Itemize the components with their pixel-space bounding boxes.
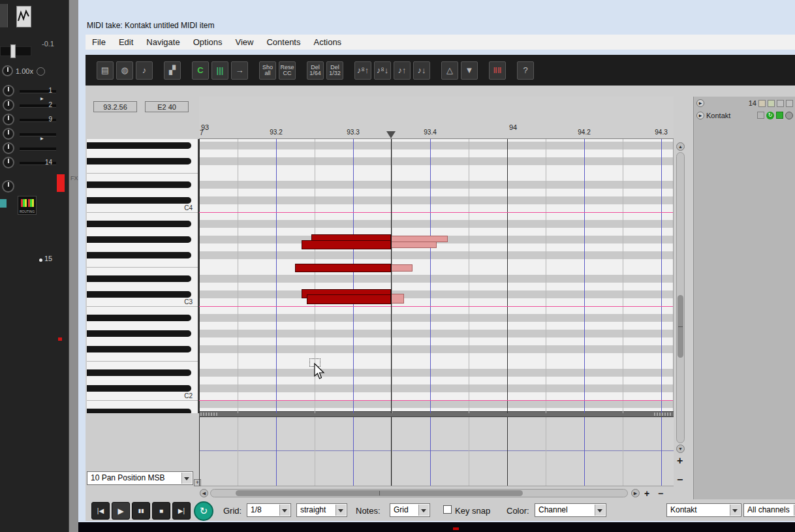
midi-note-selected[interactable] [307,294,391,304]
color-mode-select[interactable]: Channel [535,503,606,517]
vertical-scrollbar-thumb[interactable] [678,295,683,358]
event-filter-button[interactable]: ▞ [164,61,181,80]
black-key[interactable] [87,346,191,352]
midi-note[interactable] [391,294,404,304]
pan-knob[interactable] [785,112,793,119]
piano-roll-view-button[interactable]: ▤ [97,61,114,80]
show-all-button[interactable]: Shoall [259,61,276,80]
black-key[interactable] [87,197,191,204]
io-button[interactable] [768,100,775,107]
midi-note-selected[interactable] [302,240,391,249]
rack-edge-icon[interactable] [0,4,8,27]
grid-select[interactable]: 1/8 [247,503,291,517]
param-fader-slot[interactable] [20,148,56,151]
track-io-button[interactable] [757,112,764,119]
record-arm-button[interactable]: ↻ [766,112,774,119]
param-fader-slot[interactable] [20,133,56,136]
transpose-up-button[interactable]: ♪↑ [394,61,411,80]
horizontal-scrollbar-thumb[interactable] [236,490,523,496]
volume-fader-slot[interactable] [0,46,31,56]
track-row[interactable]: ▶ Kontakt ↻ [694,110,795,121]
stop-button[interactable]: ■ [152,502,170,520]
nav-up-button[interactable]: △ [441,61,458,80]
timeline-ruler[interactable]: 939493.293.393.494.294.37 [199,97,674,139]
insert-note-button[interactable]: → [231,61,248,80]
splitter-grip-right[interactable] [654,413,671,416]
power-button[interactable] [37,67,45,76]
notation-view-button[interactable]: ♪ [136,61,153,80]
transpose-down-button[interactable]: ♪↓ [413,61,430,80]
note-view-select[interactable]: Grid [390,503,430,517]
black-key[interactable] [87,369,191,376]
volume-fader-handle[interactable] [10,44,16,58]
delete-grid-1-32-button[interactable]: Del1/32 [326,61,343,80]
black-key[interactable] [87,330,191,337]
param-knob[interactable] [3,157,14,168]
vertical-zoom-in-button[interactable]: + [677,456,683,465]
env-button[interactable] [758,100,766,107]
note-colors-button[interactable]: ǁǁ [489,61,506,80]
midi-note[interactable] [391,242,437,248]
routing-button[interactable]: ROUTING [18,196,37,215]
vertical-zoom-out-button[interactable]: − [677,475,683,484]
splitter-grip-left[interactable] [200,413,217,416]
black-key[interactable] [87,409,191,413]
velocity-meter-button[interactable]: ||| [211,61,228,80]
help-button[interactable]: ? [517,61,534,80]
horizontal-zoom-out-button[interactable]: − [658,489,663,498]
black-key[interactable] [87,236,191,243]
black-key[interactable] [87,142,191,149]
menu-item-file[interactable]: File [86,35,112,50]
lane-splitter[interactable] [199,411,674,417]
param-knob[interactable] [3,128,14,140]
delete-grid-1-64-button[interactable]: Del1/64 [307,61,324,80]
transpose-up-octave-button[interactable]: ♪⁸↑ [354,61,371,80]
pause-button[interactable]: ▮▮ [132,502,150,520]
cc-selector-button[interactable]: C [192,61,209,80]
menu-item-actions[interactable]: Actions [307,35,348,50]
phase-button[interactable] [786,100,793,107]
transpose-down-octave-button[interactable]: ♪⁸↓ [374,61,391,80]
play-button[interactable]: ▶ [112,502,130,520]
param-knob[interactable] [3,99,14,111]
expand-arrow-icon[interactable]: ▶ [696,112,704,119]
reset-cc-button[interactable]: ReseCC [279,61,296,80]
mute-indicator[interactable] [57,174,65,192]
piano-keys[interactable]: C4C3C2 [87,139,199,413]
menu-item-contents[interactable]: Contents [260,35,307,50]
black-key[interactable] [87,158,191,164]
black-key[interactable] [87,385,191,392]
param-knob[interactable] [3,114,14,125]
fx-button[interactable] [777,100,784,107]
repeat-button[interactable]: ↻ [194,501,213,521]
note-grid[interactable] [199,139,674,413]
expand-arrow-icon[interactable]: ▶ [696,99,704,107]
black-key[interactable] [87,252,191,258]
cc-lane[interactable] [199,417,674,486]
black-key[interactable] [87,221,191,227]
drum-map-view-button[interactable]: ◍ [116,61,133,80]
horizontal-zoom-in-button[interactable]: + [644,489,649,498]
track-select[interactable]: Kontakt [666,503,741,517]
black-key[interactable] [87,315,191,321]
key-snap-checkbox[interactable] [443,505,452,514]
channel-select[interactable]: All channels [743,503,795,517]
scroll-down-button[interactable]: ▼ [676,445,685,453]
scroll-up-button[interactable]: ▲ [676,142,685,151]
go-to-end-button[interactable]: ▶| [172,502,191,520]
menu-item-edit[interactable]: Edit [112,35,140,50]
scroll-left-button[interactable]: ◀ [200,489,208,497]
menu-item-options[interactable]: Options [187,35,229,50]
menu-item-navigate[interactable]: Navigate [140,35,186,50]
param-knob[interactable] [3,142,14,154]
black-key[interactable] [87,291,191,298]
menu-item-view[interactable]: View [228,35,260,50]
midi-note[interactable] [391,264,413,272]
playrate-knob[interactable] [2,65,13,76]
black-key[interactable] [87,275,191,282]
vertical-scrollbar[interactable] [676,152,685,443]
monitor-button[interactable] [776,112,783,119]
black-key[interactable] [87,181,191,188]
edit-cursor-handle[interactable] [386,131,396,138]
scroll-right-button[interactable]: ▶ [631,489,640,497]
